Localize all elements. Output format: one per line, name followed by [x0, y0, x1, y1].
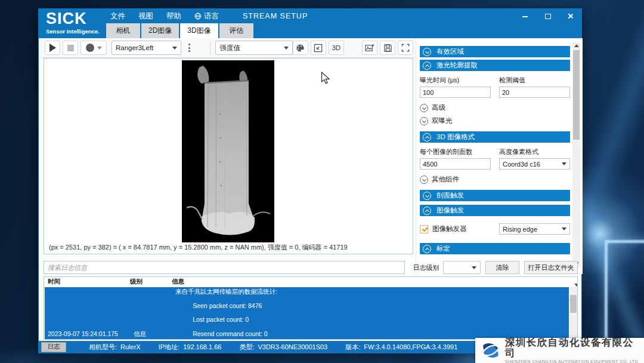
- advanced-expander[interactable]: 高级: [420, 103, 570, 112]
- sick-logo: SICK Sensor Intelligence.: [39, 9, 106, 38]
- play-icon: [49, 44, 56, 52]
- chevron-up-icon: [423, 133, 431, 141]
- section-3d-image-format[interactable]: 3D 图像格式: [420, 131, 570, 143]
- toolbar-separator: [210, 41, 210, 54]
- type-label: 类型:: [239, 343, 254, 352]
- clear-log-button[interactable]: 清除: [485, 261, 519, 274]
- chevron-up-icon: [423, 207, 431, 215]
- stop-button[interactable]: [63, 41, 78, 55]
- menu-file[interactable]: 文件: [110, 11, 125, 21]
- format3d-fields: 每个图像的剖面数 高度像素格式 Coord3d c16: [420, 143, 570, 170]
- exposure-time-input[interactable]: [420, 87, 491, 98]
- section-image-trigger[interactable]: 图像触发: [420, 205, 570, 216]
- play-button[interactable]: [45, 41, 60, 55]
- log-panel: 日志级别 清除 打开日志文件夹 时间 级别 信息 来自千兆以太网传输层的数据流统…: [44, 261, 578, 341]
- minimize-icon[interactable]: [522, 13, 529, 20]
- log-scrollbar[interactable]: [569, 287, 577, 339]
- scroll-up-icon[interactable]: [572, 42, 580, 50]
- image-viewport[interactable]: (px = 2531, py = 382) = ( x = 84.7817 mm…: [44, 58, 413, 254]
- menu-help[interactable]: 帮助: [166, 11, 181, 21]
- chevron-down-icon: [423, 192, 431, 200]
- section-active-area[interactable]: 有效区域: [420, 46, 570, 57]
- chevron-down-icon: [420, 176, 428, 184]
- profiles-per-image-input[interactable]: [420, 158, 491, 170]
- company-name-cn: 深圳长欣自动化设备有限公司: [505, 337, 644, 358]
- trigger-edge-select[interactable]: Rising edge: [499, 223, 570, 235]
- chevron-up-icon: [423, 61, 431, 70]
- display-mode-select[interactable]: 强度值: [215, 41, 292, 55]
- log-search-input[interactable]: [44, 261, 405, 274]
- open-log-folder-button[interactable]: 打开日志文件夹: [524, 261, 578, 274]
- chevron-down-icon: [562, 227, 566, 230]
- save-buffer-button[interactable]: [380, 41, 395, 55]
- ip-label: IP地址:: [159, 343, 179, 352]
- chevron-down-icon: [472, 266, 476, 269]
- height-pixel-format-select[interactable]: Coord3d c16: [499, 158, 570, 170]
- settings-sections: 有效区域 激光轮廓提取 曝光时间 (μs) 检测阈值: [420, 46, 570, 254]
- log-level-select[interactable]: [443, 261, 481, 274]
- settings-scrollbar[interactable]: [572, 42, 580, 267]
- camera-options-button[interactable]: [181, 41, 197, 55]
- close-icon[interactable]: [567, 13, 574, 20]
- settings-panel: 有效区域 激光轮廓提取 曝光时间 (μs) 检测阈值: [416, 38, 583, 274]
- palette-button[interactable]: [293, 41, 308, 55]
- log-level-badge: 信息: [134, 330, 146, 339]
- tab-bar: 相机 2D图像 3D图像 评估: [39, 23, 581, 38]
- fullscreen-button[interactable]: [398, 41, 413, 55]
- type-value: V3DR3-60NE30001S03: [258, 343, 327, 350]
- detection-threshold-label: 检测阈值: [499, 76, 570, 85]
- section-profile-trigger[interactable]: 剖面触发: [420, 190, 570, 201]
- column-time: 时间: [44, 278, 130, 286]
- toolbar: Ranger3Left 强度值: [39, 38, 416, 58]
- maximize-icon[interactable]: [544, 13, 552, 20]
- palette-icon: [296, 44, 305, 53]
- chevron-down-icon: [172, 47, 177, 50]
- fit-view-icon: [314, 44, 323, 53]
- other-components-expander[interactable]: 其他组件: [420, 175, 570, 184]
- column-message: 信息: [172, 278, 577, 286]
- tab-3d-image[interactable]: 3D图像: [180, 23, 218, 38]
- height-pixel-format-label: 高度像素格式: [499, 147, 570, 156]
- company-watermark: 深圳长欣自动化设备有限公司 SHENZHEN CHANGXIN AUTOMATI…: [475, 338, 644, 363]
- 3d-view-button[interactable]: 3D: [329, 41, 344, 55]
- changxin-logo-icon: [480, 340, 501, 361]
- tab-evaluation[interactable]: 评估: [219, 23, 253, 38]
- 3d-scan-image: [182, 60, 274, 242]
- chevron-down-icon: [420, 117, 428, 125]
- chevron-up-icon: [423, 245, 431, 253]
- image-trigger-row: 图像触发器 Rising edge: [420, 223, 570, 235]
- fit-view-button[interactable]: [311, 41, 326, 55]
- menubar: 文件 视图 帮助 语言 STREAM SETUP: [39, 9, 581, 23]
- log-message: 来自千兆以太网传输层的数据流统计: Seen packet count: 847…: [175, 288, 277, 340]
- log-entry-selected[interactable]: 来自千兆以太网传输层的数据流统计: Seen packet count: 847…: [45, 287, 569, 340]
- camera-model-label: 相机型号:: [89, 343, 117, 352]
- laser-fields: 曝光时间 (μs) 检测阈值: [420, 71, 570, 98]
- tab-camera[interactable]: 相机: [106, 23, 140, 38]
- exposure-time-label: 曝光时间 (μs): [420, 76, 491, 85]
- save-image-button[interactable]: [362, 41, 377, 55]
- company-name: 深圳长欣自动化设备有限公司 SHENZHEN CHANGXIN AUTOMATI…: [505, 337, 644, 363]
- log-timestamp: 2023-09-07 15:24:01.175: [48, 330, 118, 337]
- kebab-menu-icon: [188, 44, 190, 52]
- camera-select[interactable]: Ranger3Left: [112, 41, 181, 55]
- viewer-column: Ranger3Left 强度值: [39, 38, 416, 274]
- menu-language[interactable]: 语言: [194, 11, 219, 21]
- column-level: 级别: [130, 278, 172, 286]
- menu-view[interactable]: 视图: [138, 11, 153, 21]
- log-toolbar: 日志级别 清除 打开日志文件夹: [44, 261, 578, 274]
- record-button[interactable]: [80, 41, 107, 55]
- scrollbar-thumb[interactable]: [570, 295, 577, 313]
- section-calibration[interactable]: 标定: [420, 243, 570, 254]
- tab-2d-image[interactable]: 2D图像: [141, 23, 179, 38]
- section-laser-extraction[interactable]: 激光轮廓提取: [420, 60, 570, 71]
- dual-exposure-expander[interactable]: 双曝光: [420, 116, 570, 125]
- log-toggle-button[interactable]: 日志: [41, 342, 66, 352]
- scrollbar-thumb[interactable]: [573, 50, 580, 140]
- window-controls: [522, 13, 574, 20]
- image-trigger-checkbox[interactable]: [420, 225, 428, 233]
- app-window: 文件 视图 帮助 语言 STREAM SETUP 相机 2D图像 3D图像: [38, 8, 582, 353]
- detection-threshold-input[interactable]: [499, 87, 570, 98]
- version-value: FW:3.4.0.14080,FPGA:3.4.3991: [364, 343, 457, 350]
- window-title: STREAM SETUP: [243, 12, 308, 20]
- globe-icon: [194, 13, 202, 20]
